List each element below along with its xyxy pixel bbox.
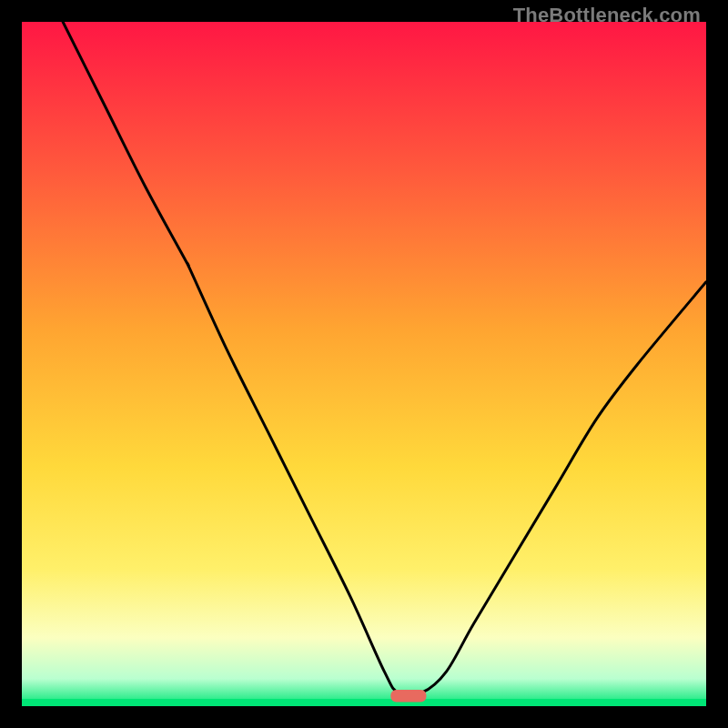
heat-gradient-background <box>22 22 706 706</box>
chart-frame <box>22 22 706 706</box>
watermark-link[interactable]: TheBottleneck.com <box>513 4 701 27</box>
green-baseline <box>22 699 706 706</box>
optimal-region-marker <box>390 690 426 703</box>
bottleneck-chart <box>22 22 706 706</box>
